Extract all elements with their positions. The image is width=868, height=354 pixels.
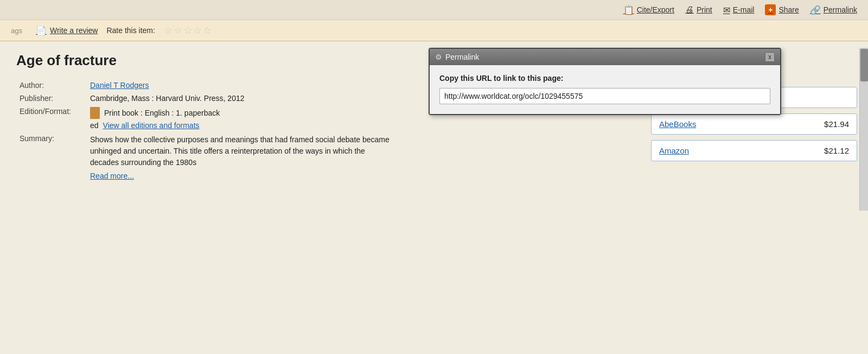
- author-value: Daniel T Rodgers: [87, 79, 396, 92]
- share-icon: +: [765, 4, 776, 15]
- popup-body: Copy this URL to link to this page:: [430, 65, 780, 114]
- write-review-label: Write a review: [50, 26, 98, 35]
- publisher-value: Cambridge, Mass : Harvard Univ. Press, 2…: [87, 92, 396, 105]
- popup-title: Permalink: [435, 53, 479, 61]
- popup-titlebar: Permalink x: [430, 49, 780, 65]
- summary-value: Shows how the collective purposes and me…: [87, 132, 396, 182]
- amazon-price: $21.12: [824, 146, 849, 155]
- email-button[interactable]: E-mail: [723, 5, 755, 15]
- scrollbar[interactable]: [859, 48, 868, 211]
- permalink-popup: Permalink x Copy this URL to link to thi…: [429, 48, 781, 115]
- permalink-label: Permalink: [824, 5, 857, 14]
- book-title: Age of fracture: [16, 52, 396, 69]
- abebooks-row: AbeBooks $21.94: [651, 113, 857, 135]
- star-5[interactable]: ☆: [203, 24, 212, 36]
- summary-text: Shows how the collective purposes and me…: [90, 134, 393, 168]
- cite-icon: [623, 5, 634, 15]
- edition-label: Edition/Format:: [16, 105, 87, 132]
- edition-text: Print book : English : 1. paperback: [104, 109, 220, 117]
- star-4[interactable]: ☆: [193, 24, 202, 36]
- publisher-row: Publisher: Cambridge, Mass : Harvard Uni…: [16, 92, 396, 105]
- permalink-button[interactable]: Permalink: [810, 5, 857, 15]
- amazon-row: Amazon $21.12: [651, 140, 857, 161]
- metadata-table: Author: Daniel T Rodgers Publisher: Camb…: [16, 79, 396, 182]
- top-toolbar: Cite/Export Print E-mail + Share Permali…: [0, 0, 868, 20]
- popup-close-button[interactable]: x: [765, 52, 775, 62]
- sub-toolbar: ags Write a review Rate this item: ☆ ☆ ☆…: [0, 20, 868, 41]
- print-icon: [685, 5, 694, 15]
- star-1[interactable]: ☆: [164, 24, 173, 36]
- print-button[interactable]: Print: [685, 5, 712, 15]
- summary-label: Summary:: [16, 132, 87, 182]
- cite-label: Cite/Export: [637, 5, 674, 14]
- review-icon: [36, 26, 47, 36]
- email-label: E-mail: [733, 5, 755, 14]
- email-icon: [723, 5, 730, 15]
- write-review-button[interactable]: Write a review: [36, 26, 98, 36]
- star-rating[interactable]: ☆ ☆ ☆ ☆ ☆: [164, 24, 212, 36]
- main-content: Age of fracture Author: Daniel T Rodgers…: [0, 41, 412, 199]
- author-label: Author:: [16, 79, 87, 92]
- edition-value: Print book : English : 1. paperback ed V…: [87, 105, 396, 132]
- book-format-icon: [90, 107, 100, 119]
- edition-sub: ed: [90, 121, 99, 130]
- popup-instruction: Copy this URL to link to this page:: [439, 74, 770, 83]
- rate-label: Rate this item:: [106, 26, 155, 35]
- abebooks-price: $21.94: [824, 119, 849, 129]
- star-3[interactable]: ☆: [183, 24, 192, 36]
- print-label: Print: [697, 5, 712, 14]
- read-more-link[interactable]: Read more...: [90, 172, 393, 180]
- star-2[interactable]: ☆: [174, 24, 182, 36]
- scrollbar-thumb[interactable]: [860, 49, 868, 81]
- author-row: Author: Daniel T Rodgers: [16, 79, 396, 92]
- share-label: Share: [778, 5, 799, 14]
- tags-label: ags: [11, 27, 27, 35]
- summary-row: Summary: Shows how the collective purpos…: [16, 132, 396, 182]
- permalink-url-input[interactable]: [439, 88, 770, 104]
- edition-row: Edition/Format: Print book : English : 1…: [16, 105, 396, 132]
- cite-export-button[interactable]: Cite/Export: [623, 5, 674, 15]
- view-editions-link[interactable]: View all editions and formats: [103, 121, 200, 130]
- permalink-icon: [810, 5, 821, 15]
- author-link[interactable]: Daniel T Rodgers: [90, 81, 149, 90]
- amazon-link[interactable]: Amazon: [659, 146, 689, 155]
- publisher-label: Publisher:: [16, 92, 87, 105]
- share-button[interactable]: + Share: [765, 4, 799, 15]
- abebooks-link[interactable]: AbeBooks: [659, 119, 696, 129]
